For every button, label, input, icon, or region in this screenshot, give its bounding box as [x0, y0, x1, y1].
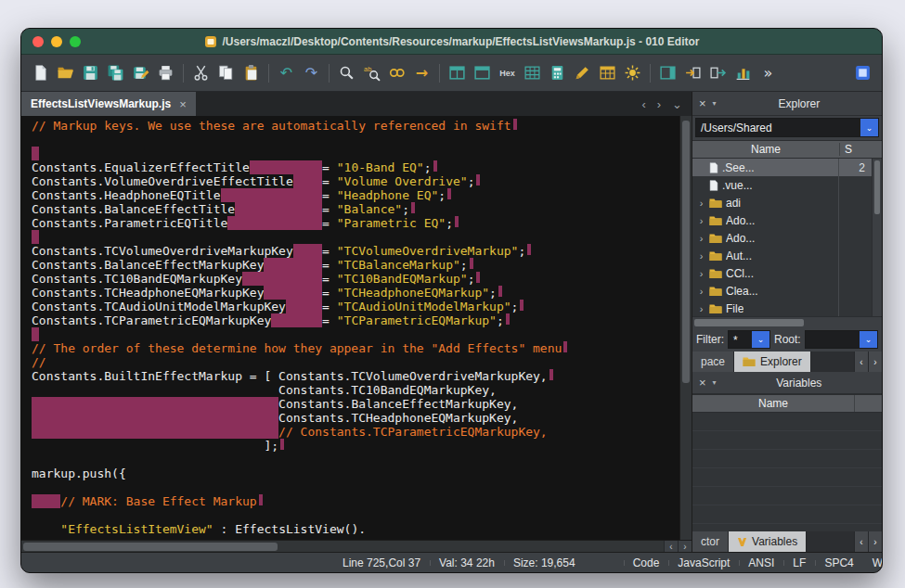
status-encoding[interactable]: ANSI	[739, 556, 783, 569]
titlebar[interactable]: /Users/maczl/Desktop/Contents/Resources/…	[21, 29, 882, 55]
code-area[interactable]: // Markup keys. We use these are automat…	[21, 116, 679, 540]
tab-effectslistviewsmarkup[interactable]: EffectsListViewsMarkup.js ×	[21, 92, 196, 116]
file-row[interactable]: ›Ado...	[692, 211, 882, 229]
save-all-icon[interactable]	[104, 61, 127, 84]
file-row[interactable]: .vue...	[692, 176, 882, 194]
table-icon[interactable]	[596, 61, 619, 84]
pencil-icon[interactable]	[571, 61, 594, 84]
highlight-icon[interactable]	[621, 61, 644, 84]
vertical-scrollbar-thumb[interactable]	[682, 121, 690, 383]
paste-icon[interactable]	[239, 61, 263, 84]
file-row[interactable]: ›Ado...	[692, 229, 882, 247]
expand-chevron-icon[interactable]: ›	[697, 286, 705, 297]
grid-icon[interactable]	[521, 61, 544, 84]
blue-box-icon[interactable]	[851, 61, 874, 84]
scroll-left-icon[interactable]: ‹	[664, 541, 678, 552]
zoom-window-button[interactable]	[70, 36, 81, 47]
find-in-files-icon[interactable]	[385, 61, 408, 84]
file-row[interactable]: ›Clea...	[692, 282, 882, 300]
file-list-horizontal-scrollbar[interactable]	[692, 316, 882, 327]
tab-inspector[interactable]: ctor	[692, 531, 729, 552]
cut-icon[interactable]	[189, 61, 213, 84]
tab-variables[interactable]: Variables	[729, 531, 807, 552]
file-row[interactable]: ›adi	[692, 194, 882, 211]
root-value[interactable]	[806, 331, 860, 348]
window-split-icon[interactable]	[446, 61, 469, 84]
scroll-right-icon[interactable]: ›	[678, 541, 692, 552]
status-word-wrap[interactable]: W	[863, 556, 883, 569]
status-line-col[interactable]: Line 725,Col 37	[333, 556, 430, 569]
close-window-button[interactable]	[32, 36, 44, 47]
path-dropdown-icon[interactable]: ⌄	[860, 119, 878, 136]
panel-icon[interactable]	[656, 61, 679, 84]
calculator-icon[interactable]	[546, 61, 569, 84]
status-tab-size[interactable]: SPC4	[815, 556, 862, 569]
window-new-icon[interactable]	[471, 61, 494, 84]
expand-chevron-icon[interactable]: ›	[697, 268, 705, 279]
file-row[interactable]: ›Aut...	[692, 247, 882, 264]
variables-list[interactable]	[692, 413, 882, 531]
variables-close-icon[interactable]: ×	[699, 376, 706, 390]
editor-vertical-scrollbar[interactable]	[679, 116, 692, 540]
save-as-icon[interactable]	[129, 61, 152, 84]
find-replace-icon[interactable]: ab	[360, 61, 383, 84]
undo-icon[interactable]: ↶	[275, 61, 298, 84]
editor-horizontal-scrollbar[interactable]: ‹ ›	[21, 540, 692, 552]
column-divider[interactable]	[838, 159, 839, 316]
path-value[interactable]: /Users/Shared	[696, 119, 860, 136]
expand-chevron-icon[interactable]: ›	[697, 303, 705, 314]
tab-close-icon[interactable]: ×	[179, 97, 187, 111]
tab-explorer[interactable]: Explorer	[734, 352, 811, 372]
strip2-scroll-right-icon[interactable]: ›	[868, 531, 882, 552]
tab-scroll-right-icon[interactable]: ›	[657, 97, 661, 111]
import-icon[interactable]	[681, 61, 705, 84]
explorer-menu-icon[interactable]: ▾	[713, 99, 717, 108]
root-combobox[interactable]: ⌄	[805, 330, 878, 349]
status-linebreaks[interactable]: LF	[783, 556, 815, 569]
file-row[interactable]: ›CCl...	[692, 264, 882, 282]
column-header-name[interactable]: Name	[692, 143, 839, 156]
status-size[interactable]: Size: 19,654	[504, 556, 585, 569]
strip-scroll-right-icon[interactable]: ›	[868, 352, 882, 372]
file-list-scrollbar-thumb[interactable]	[874, 160, 880, 214]
file-row[interactable]: .See...2	[692, 159, 882, 176]
expand-chevron-icon[interactable]: ›	[697, 198, 705, 209]
filter-dropdown-icon[interactable]: ⌄	[752, 331, 769, 348]
tab-list-icon[interactable]: ⌄	[672, 97, 682, 111]
path-combobox[interactable]: /Users/Shared ⌄	[695, 118, 879, 137]
tab-workspace[interactable]: pace	[692, 352, 734, 372]
hex-mode-icon[interactable]: Hex	[496, 61, 519, 84]
variables-menu-icon[interactable]: ▾	[713, 378, 717, 387]
file-list-scrollbar[interactable]	[872, 159, 882, 316]
expand-chevron-icon[interactable]: ›	[697, 215, 705, 226]
status-edit-mode[interactable]: Code	[624, 556, 669, 569]
file-row[interactable]: ›File	[692, 300, 882, 316]
horizontal-scrollbar-thumb[interactable]	[23, 543, 278, 551]
minimize-window-button[interactable]	[51, 36, 62, 47]
status-value[interactable]: Val: 34 22h	[430, 556, 504, 569]
expand-chevron-icon[interactable]: ›	[697, 233, 705, 244]
more-icon[interactable]: »	[756, 61, 780, 84]
expand-chevron-icon[interactable]: ›	[697, 250, 705, 262]
filter-combobox[interactable]: * ⌄	[728, 330, 770, 349]
copy-icon[interactable]	[214, 61, 238, 84]
goto-icon[interactable]: →	[410, 61, 433, 84]
strip2-scroll-left-icon[interactable]: ‹	[854, 531, 868, 552]
tab-scroll-left-icon[interactable]: ‹	[641, 97, 645, 111]
find-icon[interactable]	[335, 61, 358, 84]
strip-scroll-left-icon[interactable]: ‹	[854, 352, 868, 372]
new-file-icon[interactable]	[29, 61, 52, 84]
status-language[interactable]: JavaScript	[668, 556, 739, 569]
column-header-size[interactable]: S	[839, 143, 882, 156]
explorer-close-icon[interactable]: ×	[699, 96, 706, 110]
redo-icon[interactable]: ↷	[300, 61, 323, 84]
chart-icon[interactable]	[731, 61, 755, 84]
open-folder-icon[interactable]	[54, 61, 77, 84]
save-icon[interactable]	[79, 61, 102, 84]
print-icon[interactable]	[154, 61, 177, 84]
filter-value[interactable]: *	[729, 331, 752, 348]
export-icon[interactable]	[706, 61, 730, 84]
root-dropdown-icon[interactable]: ⌄	[860, 331, 877, 348]
variables-column-header-name[interactable]: Name	[692, 397, 854, 410]
file-list-hscroll-thumb[interactable]	[694, 319, 804, 326]
